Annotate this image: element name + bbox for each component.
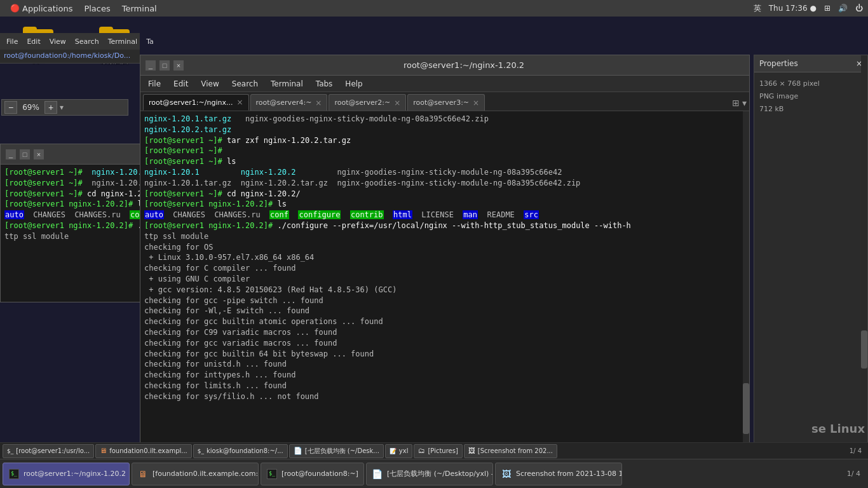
taskbar-label-foundation8: [root@foundation8:~] <box>281 470 358 478</box>
tab-server3-close[interactable]: × <box>473 98 479 107</box>
tab-arrow-icon[interactable]: ▾ <box>742 98 747 108</box>
tab-server1-close[interactable]: × <box>236 98 243 107</box>
taskbar2-item-root-server1[interactable]: $_ [root@server1:/usr/lo... <box>3 444 94 458</box>
taskbar-label-tigervnc: [foundation0.ilt.example.com:8 (Kio... <box>153 470 259 478</box>
tabs-right-icons: ⊞ ▾ <box>732 98 747 111</box>
taskbar-label-terminal-main: root@server1:~/nginx-1.20.2 <box>24 470 126 478</box>
menu-help[interactable]: Help <box>340 78 367 90</box>
taskbar2-item-pictures[interactable]: 🗂 [Pictures] <box>414 444 462 458</box>
right-panel-type: PNG image <box>759 90 862 103</box>
left-menu-tabs[interactable]: Ta <box>142 36 158 47</box>
terminal-tabs: root@server1:~/nginx... × root@server4:~… <box>140 92 749 111</box>
applications-label: Applications <box>22 4 72 13</box>
tab-camera-icon[interactable]: ⊞ <box>732 98 740 108</box>
terminal-scrollbar-thumb[interactable] <box>743 383 749 434</box>
taskbar2-page-indicator: 1/ 4 <box>850 447 865 454</box>
menu-file[interactable]: File <box>143 78 166 90</box>
terminal-menubar: File Edit View Search Terminal Tabs Help <box>140 76 749 92</box>
taskbar-item-liucheng[interactable]: 📄 [七层负载均衡 (~/Desktop/yxl) – ge... <box>366 463 493 485</box>
desktop: ppt 原桌面文 File Edit View Search Terminal … <box>0 17 868 471</box>
tab-server3[interactable]: root@server3:~ × <box>407 94 485 111</box>
tab-server1[interactable]: root@server1:~/nginx... × <box>143 94 249 111</box>
tab-server4-label: root@server4:~ <box>256 98 312 107</box>
menu-search[interactable]: Search <box>227 78 263 90</box>
terminal-window[interactable]: _ □ × root@server1:~/nginx-1.20.2 File E… <box>140 55 750 474</box>
left-menu-view[interactable]: View <box>46 36 70 47</box>
taskbar2-label-3: kiosk@foundation8:~/... <box>207 447 283 454</box>
menu-edit[interactable]: Edit <box>168 78 193 90</box>
tigervnc-maximize[interactable]: □ <box>20 149 30 159</box>
taskbar2-item-7layer[interactable]: 📄 [七层负载均衡 (~/Desk... <box>289 444 384 458</box>
tigervnc-window-controls: _ □ × <box>6 149 44 159</box>
left-menu-terminal[interactable]: Terminal <box>104 36 142 47</box>
tab-server3-label: root@server3:~ <box>413 98 469 107</box>
taskbar-icon-foundation8: $_ <box>266 468 278 480</box>
taskbar-icon-terminal-main: $_ <box>8 468 20 480</box>
taskbar: $_ root@server1:~/nginx-1.20.2 🖥 [founda… <box>0 459 868 488</box>
taskbar2-icon-5: 📝 <box>390 448 397 454</box>
taskbar-item-tigervnc[interactable]: 🖥 [foundation0.ilt.example.com:8 (Kio... <box>132 463 259 485</box>
left-menu-search[interactable]: Search <box>71 36 103 47</box>
taskbar2-icon-3: $_ <box>198 448 204 454</box>
left-menu-edit[interactable]: Edit <box>23 36 44 47</box>
tab-server4[interactable]: root@server4:~ × <box>250 94 328 111</box>
maximize-button[interactable]: □ <box>159 60 170 71</box>
taskbar2-item-foundation[interactable]: 🖥 foundation0.ilt.exampl... <box>95 444 192 458</box>
minimize-button[interactable]: _ <box>146 60 156 71</box>
tab-server2-close[interactable]: × <box>394 98 400 107</box>
zoom-out-button[interactable]: − <box>4 101 17 114</box>
zoom-dropdown-arrow[interactable]: ▾ <box>60 103 64 112</box>
left-toolbar: File Edit View Search Terminal Ta root@f… <box>0 33 140 64</box>
right-panel-scrollbar[interactable] <box>861 55 867 448</box>
taskbar2-item-kiosk[interactable]: $_ kiosk@foundation8:~/... <box>193 444 288 458</box>
close-button[interactable]: × <box>173 60 184 71</box>
clock: Thu 17:36 ● <box>769 4 817 13</box>
taskbar-item-terminal-main[interactable]: $_ root@server1:~/nginx-1.20.2 <box>3 463 130 485</box>
app-icon: 🔴 <box>10 4 20 13</box>
power-icon[interactable]: ⏻ <box>855 4 863 13</box>
menu-view[interactable]: View <box>196 78 224 90</box>
tab-server4-close[interactable]: × <box>315 98 322 107</box>
terminal-titlebar: _ □ × root@server1:~/nginx-1.20.2 <box>140 55 749 76</box>
taskbar-item-foundation8[interactable]: $_ [root@foundation8:~] <box>261 463 364 485</box>
bottom-taskbar-row2: $_ [root@server1:/usr/lo... 🖥 foundation… <box>0 442 868 459</box>
taskbar2-icon-2: 🖥 <box>100 447 107 455</box>
menu-tabs[interactable]: Tabs <box>311 78 338 90</box>
top-menu-right: 英 Thu 17:36 ● ⊞ 🔊 ⏻ <box>754 3 863 14</box>
right-panel: Properties × 868 × 488 pixel PNG image … <box>754 55 868 449</box>
tab-server2-label: root@server2:~ <box>334 98 390 107</box>
terminal-content[interactable]: nginx-1.20.1.tar.gz nginx-goodies-nginx-… <box>140 111 749 473</box>
taskbar2-icon-4: 📄 <box>294 447 302 455</box>
taskbar2-label-1: [root@server1:/usr/lo... <box>16 447 90 454</box>
top-menu-left: 🔴 Applications Places Terminal <box>5 3 162 15</box>
window-controls: _ □ × <box>146 60 184 71</box>
taskbar2-label-2: foundation0.ilt.exampl... <box>109 447 187 454</box>
taskbar2-item-screenshot[interactable]: 🖼 [Screenshot from 202... <box>464 444 557 458</box>
right-panel-watermark: se Linux <box>811 422 865 435</box>
menu-terminal[interactable]: Terminal <box>266 78 308 90</box>
tigervnc-close[interactable]: × <box>34 149 44 159</box>
taskbar-icon-liucheng: 📄 <box>372 468 383 480</box>
taskbar2-icon-6: 🗂 <box>418 447 425 455</box>
taskbar-icon-screenshot: 🖼 <box>501 468 512 480</box>
zoom-in-button[interactable]: + <box>44 101 57 114</box>
places-menu[interactable]: Places <box>79 3 115 15</box>
terminal-menu[interactable]: Terminal <box>117 3 162 15</box>
terminal-scrollbar[interactable] <box>743 111 749 473</box>
left-menu-file[interactable]: File <box>3 36 22 47</box>
language-indicator: 英 <box>754 3 761 14</box>
tab-server1-label: root@server1:~/nginx... <box>149 98 233 107</box>
taskbar-item-screenshot[interactable]: 🖼 Screenshot from 2021-13-08 1@_yxl_-_J.… <box>495 463 622 485</box>
volume-icon: 🔊 <box>838 4 848 13</box>
left-breadcrumb: root@foundation0:/home/kiosk/Do... <box>0 50 140 64</box>
applications-menu[interactable]: 🔴 Applications <box>5 3 78 15</box>
tab-server2[interactable]: root@server2:~ × <box>329 94 406 111</box>
top-menubar: 🔴 Applications Places Terminal 英 Thu 17:… <box>0 0 868 17</box>
taskbar2-label-4: [七层负载均衡 (~/Desk... <box>305 447 379 456</box>
taskbar2-item-yxl[interactable]: 📝 yxl <box>385 444 413 458</box>
taskbar2-label-6: [Pictures] <box>428 447 458 454</box>
taskbar-label-screenshot: Screenshot from 2021-13-08 1@_yxl_-_J... <box>516 470 622 478</box>
right-panel-filesize: 712 kB <box>759 103 862 116</box>
taskbar-icon-tigervnc: 🖥 <box>137 468 149 480</box>
tigervnc-minimize[interactable]: _ <box>6 149 16 159</box>
